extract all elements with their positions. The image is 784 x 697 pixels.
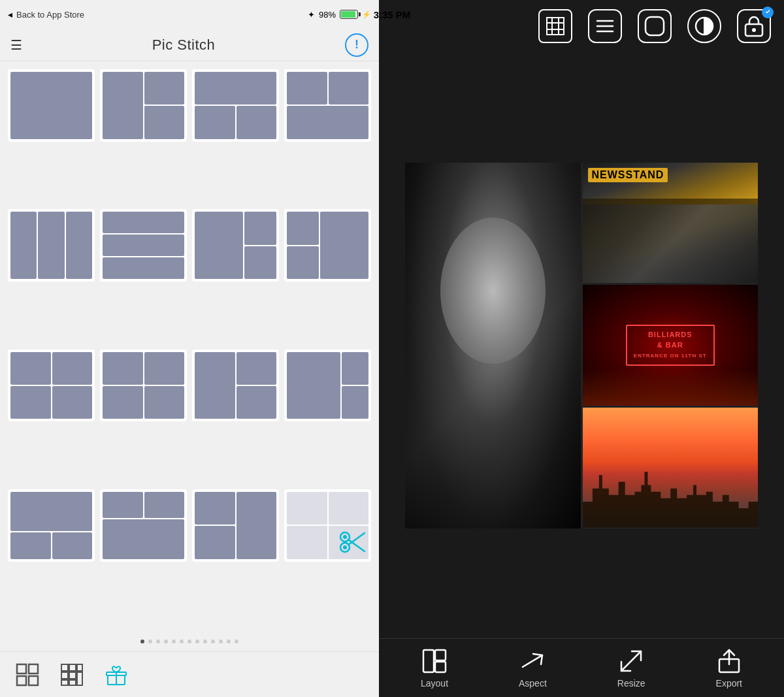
status-bar: ◂ Back to App Store 3:35 PM ✦ 98% ⚡ [0,0,379,29]
layout-cell-8[interactable] [284,209,371,282]
svg-line-2 [348,533,365,545]
slot [103,386,143,419]
slot [66,212,92,279]
layout-cell-4[interactable] [284,69,371,142]
slot [52,386,93,419]
page-dot-5[interactable] [172,640,176,643]
slot [287,492,327,525]
slot [52,352,93,385]
layout-cell-15[interactable] [192,489,279,562]
slot [342,352,368,385]
battery-fill [341,11,355,18]
layout-grid [0,61,379,632]
half-circle-icon[interactable] [687,9,721,43]
page-dot-11[interactable] [219,640,223,643]
page-dot-3[interactable] [156,640,160,643]
page-dot-8[interactable] [195,640,199,643]
layout-cell-6[interactable] [100,209,187,282]
slot [237,106,277,138]
layout-cell-13[interactable] [8,489,95,562]
page-dot-1[interactable] [140,640,144,643]
menu-lines-icon[interactable] [588,9,622,43]
slot [103,492,143,518]
resize-label: Resize [617,678,645,689]
charging-icon: ⚡ [362,10,371,19]
page-dot-4[interactable] [164,640,168,643]
page-dot-10[interactable] [211,640,215,643]
resize-icon [618,648,644,674]
layout-cell-3[interactable] [192,69,279,142]
slot [320,212,368,279]
export-tool[interactable]: Export [716,648,742,689]
info-button[interactable]: ! [345,33,368,57]
grid-3x3-icon[interactable] [538,9,572,43]
svg-rect-15 [61,680,68,685]
slot [329,72,369,105]
slot [103,257,184,279]
layout-cell-12[interactable] [284,349,371,422]
layout-cell-2[interactable] [100,69,187,142]
svg-line-38 [523,655,542,667]
battery-percent: 98% [319,10,336,20]
page-dots [0,632,379,651]
page-dot-2[interactable] [148,640,152,643]
svg-point-33 [752,28,756,32]
battery-icon [340,10,358,19]
svg-rect-9 [29,676,38,685]
page-dot-12[interactable] [227,640,231,643]
layout-cell-11[interactable] [192,349,279,422]
slot [144,72,185,105]
slot [237,352,277,385]
slot [342,386,368,419]
slot [10,212,37,279]
hamburger-icon[interactable]: ☰ [10,37,22,53]
layout-cell-9[interactable] [8,349,95,422]
resize-tool[interactable]: Resize [617,648,645,689]
export-label: Export [716,678,742,689]
slot [10,72,92,139]
svg-rect-11 [69,664,76,671]
layout-cell-1[interactable] [8,69,95,142]
bottom-toolbar-left [0,651,379,697]
rounded-rect-icon[interactable] [638,9,672,43]
aspect-label: Aspect [519,678,547,689]
slot [237,386,277,419]
page-dot-6[interactable] [180,640,184,643]
svg-point-4 [343,545,347,549]
app-header: ☰ Pic Stitch ! [0,29,379,61]
left-panel: ◂ Back to App Store 3:35 PM ✦ 98% ⚡ ☰ Pi… [0,0,379,697]
layout-cell-5[interactable] [8,209,95,282]
svg-line-39 [621,651,641,671]
photo-billiards[interactable]: BILLIARDS& BARENTRANCE ON 11TH ST [583,285,759,406]
aspect-tool[interactable]: Aspect [519,648,547,689]
page-dot-13[interactable] [235,640,238,643]
slot [287,352,340,419]
export-icon [716,648,742,674]
svg-rect-8 [17,676,26,685]
back-label[interactable]: Back to App Store [16,10,84,20]
layout-tool[interactable]: Layout [421,648,448,689]
collage-right-column: NEWSSTAND BILLIARDS& BARENTRANCE ON 11TH… [583,163,759,528]
gift-button[interactable] [102,660,131,689]
layout-cell-14[interactable] [100,489,187,562]
slot [38,212,64,279]
svg-rect-7 [29,664,38,673]
page-dot-9[interactable] [203,640,207,643]
lock-icon[interactable] [737,9,771,43]
slot [287,106,368,138]
photo-skyline[interactable] [583,408,759,528]
svg-rect-36 [435,650,446,660]
layout-cell-10[interactable] [100,349,187,422]
slot [195,72,276,105]
photo-newsstand[interactable]: NEWSSTAND [583,163,759,284]
slot [103,519,184,559]
grid-4-button[interactable] [13,660,42,689]
layout-cell-7[interactable] [192,209,279,282]
page-dot-7[interactable] [188,640,191,643]
slot [287,246,319,279]
slot [144,106,185,138]
layout-cell-scissors[interactable] [284,489,371,562]
grid-dots-button[interactable] [57,660,86,689]
photo-bw-person[interactable] [405,163,581,528]
slot [103,352,143,385]
